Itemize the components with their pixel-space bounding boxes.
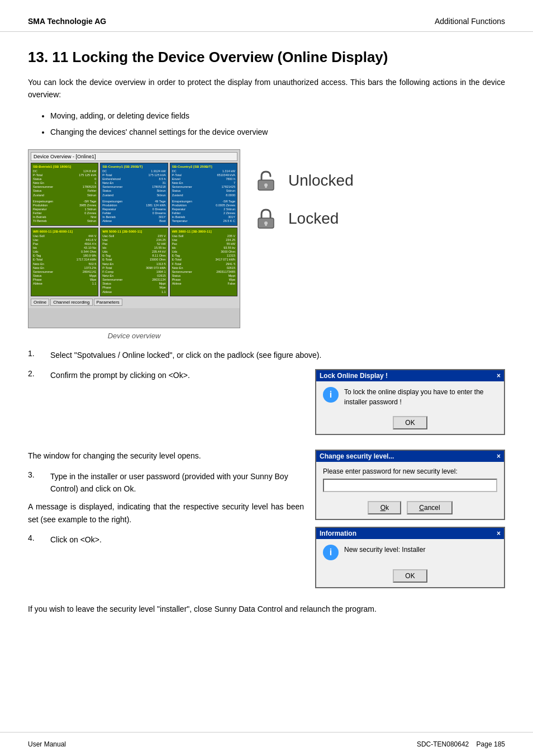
step-2-area: 2. Confirm the prompt by clicking on <Ok… bbox=[28, 369, 505, 442]
device-card-2: SB-Country1 [SB 250B/T] DC1.9124 kW P-To… bbox=[100, 163, 168, 226]
unlocked-row: Unlocked bbox=[251, 166, 354, 195]
security-dialog-body: Please enter password for new security l… bbox=[316, 462, 504, 498]
step-2-text: Confirm the prompt by clicking on <Ok>. bbox=[50, 369, 304, 381]
step-2-inline: 2. Confirm the prompt by clicking on <Ok… bbox=[28, 369, 304, 381]
info-dialog-footer: OK bbox=[316, 566, 504, 587]
unlocked-label: Unlocked bbox=[288, 172, 354, 190]
locked-padlock-icon bbox=[251, 204, 280, 233]
device-tabs: Online Channel recording Parameters bbox=[31, 299, 237, 306]
locked-label: Locked bbox=[288, 210, 339, 228]
window-security-area: The window for changing the security lev… bbox=[28, 450, 505, 595]
final-text: If you wish to leave the security level … bbox=[28, 603, 505, 615]
info-dialog-close[interactable]: × bbox=[497, 530, 501, 537]
step-3-text: Type in the installer or user password (… bbox=[50, 470, 304, 495]
info-dialog-message: New security level: Installer bbox=[344, 545, 425, 555]
message-text: A message is displayed, indicating that … bbox=[28, 500, 304, 526]
security-cancel-button[interactable]: Cancel bbox=[407, 501, 452, 514]
bullet-item-1: Moving, adding, or deleting device field… bbox=[50, 110, 505, 122]
svg-rect-2 bbox=[265, 185, 267, 188]
step-1-text: Select "Spotvalues / Online locked", or … bbox=[50, 349, 505, 361]
security-password-input[interactable] bbox=[323, 479, 497, 492]
step-2-number: 2. bbox=[28, 369, 45, 381]
footer-doc: SDC-TEN080642 bbox=[417, 740, 469, 748]
step-2-left: 2. Confirm the prompt by clicking on <Ok… bbox=[28, 369, 304, 442]
step-1-number: 1. bbox=[28, 349, 45, 358]
device-overview-image: Device Overview - [Online1] SB-Betrieb1 … bbox=[28, 149, 240, 328]
step-1: 1. Select "Spotvalues / Online locked", … bbox=[28, 349, 505, 361]
bullet-item-2: Changing the devices' channel settings f… bbox=[50, 126, 505, 138]
lock-dialog-body: i To lock the online display you have to… bbox=[316, 381, 504, 413]
locked-row: Locked bbox=[251, 204, 354, 233]
info-dialog-titlebar: Information × bbox=[316, 528, 504, 539]
dialogs-right: Change security level... × Please enter … bbox=[315, 450, 505, 595]
step-4-number: 4. bbox=[28, 533, 45, 546]
step-3-inline: 3. Type in the installer or user passwor… bbox=[28, 470, 304, 495]
step-4-inline: 4. Click on <Ok>. bbox=[28, 533, 304, 546]
lock-dialog-footer: OK bbox=[316, 413, 504, 434]
footer-right: SDC-TEN080642 Page 185 bbox=[417, 740, 505, 748]
intro-paragraph: You can lock the device overview in orde… bbox=[28, 76, 505, 101]
security-dialog-prompt: Please enter password for new security l… bbox=[323, 467, 458, 475]
svg-rect-5 bbox=[265, 223, 267, 226]
window-text-left: The window for changing the security lev… bbox=[28, 450, 304, 595]
device-grid: SB-Betrieb1 [SB 1800/1] DC124.8 kW P-Tot… bbox=[31, 163, 237, 296]
footer-left: User Manual bbox=[28, 740, 66, 748]
security-ok-label: Ok bbox=[380, 504, 389, 512]
security-dialog-close[interactable]: × bbox=[497, 452, 501, 460]
device-card-4: WR 6000-11 [2B-6000-11] Uac-Soll444 V Ua… bbox=[31, 228, 98, 296]
info-dialog-body: i New security level: Installer bbox=[316, 539, 504, 566]
lock-dialog: Lock Online Display ! × i To lock the on… bbox=[315, 369, 505, 435]
info-ok-button[interactable]: OK bbox=[393, 569, 427, 583]
step-2-right: Lock Online Display ! × i To lock the on… bbox=[315, 369, 505, 442]
security-ok-button[interactable]: Ok bbox=[368, 501, 401, 514]
page-title: 13. 11 Locking the Device Overview (Onli… bbox=[28, 49, 505, 66]
info-dialog-icon: i bbox=[323, 545, 339, 560]
security-dialog-footer: Ok Cancel bbox=[316, 498, 504, 519]
security-dialog-titlebar: Change security level... × bbox=[316, 451, 504, 462]
page-footer: User Manual SDC-TEN080642 Page 185 bbox=[0, 732, 533, 756]
device-card-1: SB-Betrieb1 [SB 1800/1] DC124.8 kW P-Tot… bbox=[31, 163, 98, 226]
lock-dialog-message: To lock the online display you have to e… bbox=[344, 387, 497, 407]
company-name: SMA Technologie AG bbox=[28, 17, 106, 26]
info-dialog: Information × i New security level: Inst… bbox=[315, 527, 505, 588]
device-overview-label: Device overview bbox=[28, 332, 240, 340]
security-cancel-label: Cancel bbox=[419, 504, 440, 512]
lock-dialog-close[interactable]: × bbox=[497, 372, 501, 380]
lock-dialog-info-icon: i bbox=[323, 387, 339, 403]
device-overview-container: Device Overview - [Online1] SB-Betrieb1 … bbox=[28, 149, 240, 340]
footer-page: Page 185 bbox=[477, 740, 505, 748]
device-card-5: WR 5000-11 [2B-5000-11] Uac-Soll235 V Ua… bbox=[100, 228, 168, 296]
info-dialog-title: Information bbox=[320, 530, 356, 537]
lock-dialog-ok-button[interactable]: OK bbox=[393, 416, 427, 429]
step-4-text: Click on <Ok>. bbox=[50, 533, 304, 546]
device-card-3: SB-Country2 [SB 250B/T] DC1.314 kW P-Tot… bbox=[170, 163, 237, 226]
bullet-list: Moving, adding, or deleting device field… bbox=[50, 110, 505, 138]
security-dialog: Change security level... × Please enter … bbox=[315, 450, 505, 520]
window-text: The window for changing the security lev… bbox=[28, 450, 304, 462]
step-3-number: 3. bbox=[28, 470, 45, 495]
device-toolbar: Device Overview - [Online1] bbox=[31, 152, 237, 161]
unlocked-padlock-icon bbox=[251, 166, 280, 195]
steps-section: 1. Select "Spotvalues / Online locked", … bbox=[28, 349, 505, 616]
security-dialog-title: Change security level... bbox=[320, 452, 394, 460]
lock-icons-panel: Unlocked Locked bbox=[251, 149, 354, 233]
device-card-6: WR 3800-11 [3B-3800-11] Uac-Soll235 V Ua… bbox=[170, 228, 237, 296]
section-name: Additional Functions bbox=[435, 17, 505, 26]
lock-dialog-titlebar: Lock Online Display ! × bbox=[316, 370, 504, 381]
lock-dialog-title: Lock Online Display ! bbox=[320, 372, 388, 380]
